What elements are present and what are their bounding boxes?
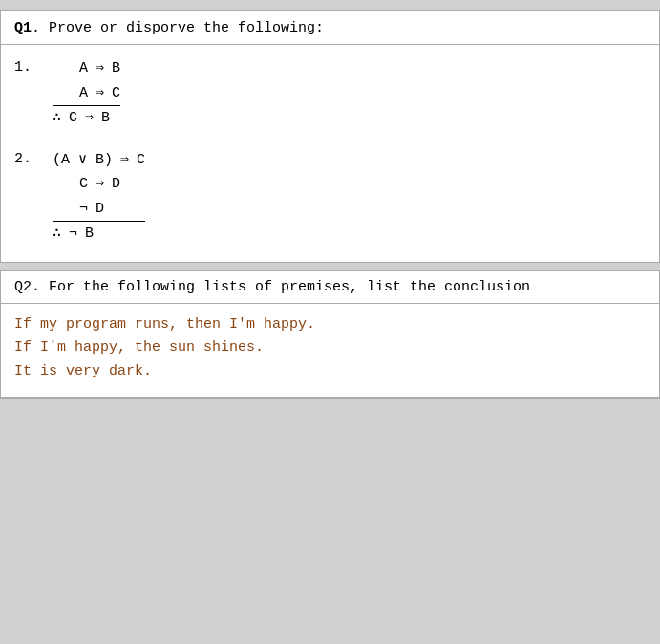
q1-header-text: . Prove or disporve the following: [32,20,324,36]
var-a: A [79,56,88,81]
var-b3: B [85,222,94,247]
problem-2-number: 2. [14,148,53,167]
problem-1-premises: A ⇒ B A ⇒ C ∴ C ⇒ [53,56,120,131]
q2-header: Q2. For the following lists of premises,… [1,271,659,303]
q2-label: Q2 [14,279,32,295]
var-c: C [112,81,120,106]
var-d: D [112,172,120,197]
implies-op5: ⇒ [96,172,104,197]
conclusion-row-2: ∴ ¬ B [53,222,145,247]
var-c2: C [69,106,77,131]
q1-header: Q1. Prove or disporve the following: [1,11,659,44]
implies-op3: ⇒ [85,106,94,131]
therefore-symbol: ∴ [53,106,61,131]
var-c4: C [79,172,88,197]
premise-row-2c-underline: ¬ D [53,197,145,223]
avb-expr: (A ∨ B) [53,148,113,173]
premise-line-2: If I'm happy, the sun shines. [14,336,646,360]
var-b: B [112,56,120,81]
therefore-symbol-2: ∴ [53,222,61,247]
q2-bottom-divider [1,397,659,398]
premise-row-2b: C ⇒ D [53,172,145,197]
q1-label: Q1 [14,20,32,36]
problem-2-premises: (A ∨ B) ⇒ C C ⇒ D ¬ D [53,148,145,247]
neg-symbol-2: ¬ [69,222,77,247]
var-b2: B [101,106,110,131]
premise-line-3: It is very dark. [14,360,646,384]
problem-2: 2. (A ∨ B) ⇒ C C ⇒ D [14,148,646,247]
premise-row-2a: (A ∨ B) ⇒ C [53,148,145,173]
q2-header-text: . For the following lists of premises, l… [32,279,530,295]
var-d2: D [96,197,104,222]
q1-body: 1. A ⇒ B A ⇒ C [1,45,659,262]
implies-op2: ⇒ [96,81,104,106]
conclusion-row: ∴ C ⇒ B [53,106,120,131]
q2-card: Q2. For the following lists of premises,… [0,270,660,399]
q1-card: Q1. Prove or disporve the following: 1. … [0,10,660,263]
premise-row: A ⇒ B [53,56,120,81]
implies-op4: ⇒ [120,148,129,173]
var-c3: C [137,148,145,173]
problem-1: 1. A ⇒ B A ⇒ C [14,56,646,131]
var-a2: A [79,81,88,106]
premise-line-1: If my program runs, then I'm happy. [14,313,646,337]
implies-op: ⇒ [96,56,104,81]
q2-body: If my program runs, then I'm happy. If I… [1,304,659,397]
page-container: Q1. Prove or disporve the following: 1. … [0,10,660,399]
neg-symbol: ¬ [79,197,88,222]
premise-row-underline: A ⇒ C [53,81,120,107]
problem-1-number: 1. [14,56,53,75]
